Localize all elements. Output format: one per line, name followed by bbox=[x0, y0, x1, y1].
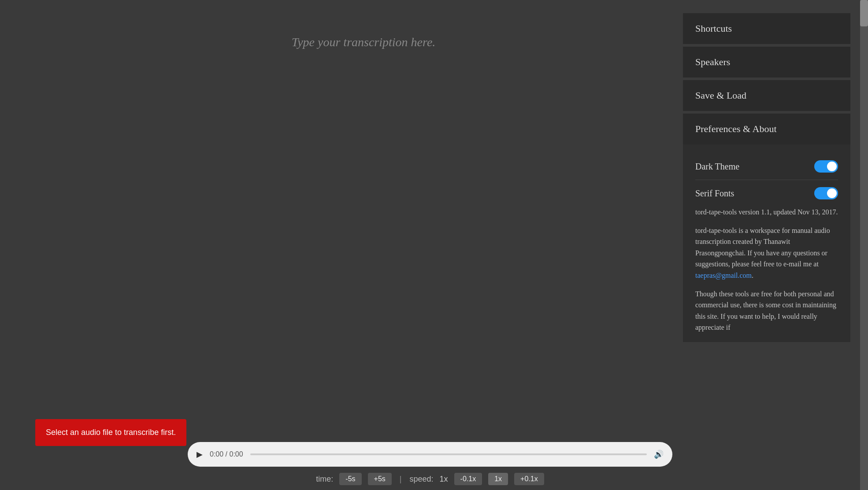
volume-icon: 🔊 bbox=[654, 450, 664, 459]
error-tooltip: Select an audio file to transcribe first… bbox=[35, 419, 186, 446]
time-label: time: bbox=[316, 475, 333, 484]
dark-theme-label: Dark Theme bbox=[695, 162, 739, 172]
dark-theme-row: Dark Theme bbox=[695, 153, 838, 180]
transcription-placeholder: Type your transcription here. bbox=[292, 35, 436, 49]
audio-player: ▶ 0:00 / 0:00 🔊 bbox=[188, 442, 672, 467]
serif-fonts-toggle[interactable] bbox=[814, 187, 838, 199]
controls-row: time: -5s +5s | speed: 1x -0.1x 1x +0.1x bbox=[316, 473, 544, 485]
scrollbar[interactable] bbox=[860, 0, 868, 490]
play-button[interactable]: ▶ bbox=[197, 449, 203, 459]
sidebar: Shortcuts Speakers Save & Load Preferenc… bbox=[683, 13, 850, 342]
play-icon: ▶ bbox=[197, 450, 203, 459]
speed-current-display: 1x bbox=[440, 475, 448, 484]
serif-fonts-row: Serif Fonts bbox=[695, 180, 838, 206]
dark-theme-toggle[interactable] bbox=[814, 160, 838, 173]
preferences-panel: Preferences & About Dark Theme Serif Fon… bbox=[683, 114, 850, 342]
scrollbar-thumb[interactable] bbox=[860, 0, 868, 26]
speed-reset-button[interactable]: 1x bbox=[488, 473, 508, 485]
serif-fonts-slider bbox=[814, 187, 838, 199]
preferences-header-button[interactable]: Preferences & About bbox=[683, 114, 850, 144]
dark-theme-slider bbox=[814, 160, 838, 173]
save-load-button[interactable]: Save & Load bbox=[683, 80, 850, 111]
skip-back-button[interactable]: -5s bbox=[339, 473, 361, 485]
about-text-part1: tord-tape-tools is a workspace for manua… bbox=[695, 227, 830, 268]
preferences-content: Dark Theme Serif Fonts tord-tape-tools v… bbox=[683, 144, 850, 342]
about-text-part3: Though these tools are free for both per… bbox=[695, 290, 836, 332]
time-display: 0:00 / 0:00 bbox=[210, 450, 243, 458]
about-text2: Though these tools are free for both per… bbox=[695, 288, 838, 333]
about-period: . bbox=[752, 272, 753, 279]
skip-forward-button[interactable]: +5s bbox=[368, 473, 392, 485]
email-link[interactable]: taepras@gmail.com bbox=[695, 272, 752, 279]
speed-up-button[interactable]: +0.1x bbox=[514, 473, 544, 485]
volume-button[interactable]: 🔊 bbox=[654, 449, 664, 459]
version-text: tord-tape-tools version 1.1, updated Nov… bbox=[695, 206, 838, 218]
speakers-button[interactable]: Speakers bbox=[683, 47, 850, 77]
main-transcription-area[interactable]: Type your transcription here. bbox=[0, 0, 727, 437]
about-text: tord-tape-tools is a workspace for manua… bbox=[695, 225, 838, 281]
separator: | bbox=[400, 475, 402, 484]
serif-fonts-label: Serif Fonts bbox=[695, 188, 734, 199]
speed-down-button[interactable]: -0.1x bbox=[454, 473, 482, 485]
speed-label: speed: bbox=[410, 475, 434, 484]
shortcuts-button[interactable]: Shortcuts bbox=[683, 13, 850, 44]
progress-bar[interactable] bbox=[250, 453, 647, 455]
error-message: Select an audio file to transcribe first… bbox=[46, 428, 176, 437]
